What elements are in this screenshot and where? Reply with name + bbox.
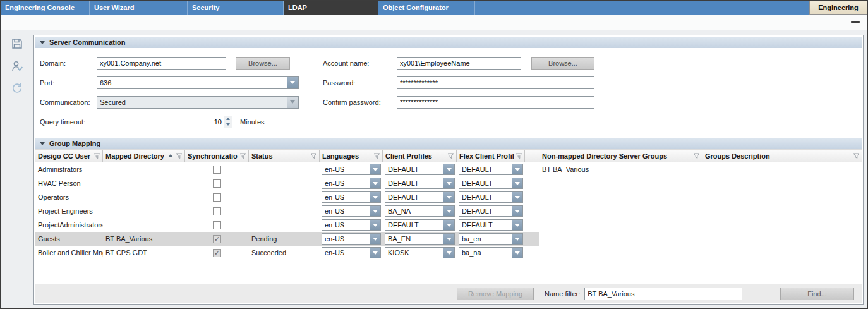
column-header[interactable]: Groups Description bbox=[702, 150, 862, 162]
flex-client-profile-select[interactable]: DEFAULT bbox=[459, 191, 523, 203]
client-profile-select[interactable]: DEFAULT bbox=[385, 178, 455, 189]
query-timeout-stepper[interactable] bbox=[97, 116, 232, 128]
domain-browse-button[interactable]: Browse... bbox=[236, 57, 290, 70]
confirm-password-input[interactable] bbox=[397, 96, 594, 109]
chevron-down-icon[interactable] bbox=[443, 164, 454, 174]
sync-checkbox[interactable] bbox=[213, 221, 221, 229]
account-browse-button[interactable]: Browse... bbox=[531, 57, 594, 70]
chevron-down-icon[interactable] bbox=[443, 220, 454, 230]
languages-select[interactable]: en-US bbox=[322, 219, 381, 231]
languages-select[interactable]: en-US bbox=[322, 178, 381, 189]
flex-client-profile-select[interactable]: ba_na bbox=[459, 247, 523, 258]
filter-icon[interactable] bbox=[693, 153, 700, 159]
client-profile-select[interactable]: BA_NA bbox=[385, 205, 455, 217]
column-header[interactable]: Flex Client Profil bbox=[457, 150, 525, 162]
refresh-icon[interactable] bbox=[10, 81, 24, 95]
column-header[interactable]: Client Profiles bbox=[383, 150, 457, 162]
chevron-down-icon[interactable] bbox=[512, 192, 522, 202]
sync-checkbox[interactable] bbox=[213, 179, 221, 188]
client-profile-select[interactable]: BA_EN bbox=[385, 233, 455, 245]
flex-client-profile-select[interactable]: DEFAULT bbox=[459, 219, 523, 231]
chevron-down-icon[interactable] bbox=[443, 178, 454, 188]
chevron-down-icon[interactable] bbox=[370, 234, 380, 244]
column-header[interactable]: Languages bbox=[320, 150, 383, 162]
remove-mapping-button[interactable]: Remove Mapping bbox=[457, 288, 534, 300]
chevron-down-icon[interactable] bbox=[370, 164, 380, 174]
sync-checkbox[interactable]: ✓ bbox=[213, 249, 221, 257]
chevron-down-icon[interactable] bbox=[370, 248, 380, 258]
table-row[interactable]: Operatorsen-USDEFAULTDEFAULT bbox=[35, 190, 539, 204]
name-filter-input[interactable] bbox=[584, 288, 742, 300]
column-header[interactable]: Status bbox=[249, 150, 320, 162]
column-header[interactable]: Mapped Directory bbox=[103, 150, 185, 162]
languages-select[interactable]: en-US bbox=[322, 164, 381, 175]
languages-select[interactable]: en-US bbox=[322, 205, 381, 217]
tab-user-wizard[interactable]: User Wizard bbox=[90, 1, 188, 15]
communication-select[interactable]: Secured bbox=[97, 96, 299, 109]
sync-checkbox[interactable] bbox=[213, 166, 221, 174]
chevron-down-icon[interactable] bbox=[370, 206, 380, 216]
table-row[interactable]: Project Engineersen-USBA_NADEFAULT bbox=[35, 204, 539, 218]
filter-icon[interactable] bbox=[447, 153, 454, 159]
table-row[interactable]: HVAC Personen-USDEFAULTDEFAULT bbox=[35, 176, 539, 190]
spinner-down-button[interactable] bbox=[224, 122, 232, 128]
sync-checkbox[interactable] bbox=[213, 193, 221, 202]
chevron-down-icon[interactable] bbox=[512, 220, 522, 230]
languages-select[interactable]: en-US bbox=[322, 191, 381, 203]
user-check-icon[interactable] bbox=[10, 59, 24, 73]
tab-object-configurator[interactable]: Object Configurator bbox=[378, 1, 475, 15]
spinner-up-button[interactable] bbox=[224, 116, 232, 122]
tab-engineering-mode[interactable]: Engineering bbox=[809, 1, 867, 15]
section-header-group-mapping[interactable]: Group Mapping bbox=[35, 138, 862, 149]
filter-icon[interactable] bbox=[310, 153, 317, 159]
query-timeout-input[interactable] bbox=[97, 116, 224, 128]
domain-input[interactable] bbox=[97, 57, 226, 70]
chevron-down-icon[interactable] bbox=[287, 77, 298, 88]
chevron-down-icon[interactable] bbox=[443, 234, 454, 244]
chevron-down-icon[interactable] bbox=[512, 234, 522, 244]
chevron-down-icon[interactable] bbox=[443, 206, 454, 216]
section-header-server-communication[interactable]: Server Communication bbox=[35, 37, 862, 48]
flex-client-profile-select[interactable]: DEFAULT bbox=[459, 164, 523, 175]
filter-icon[interactable] bbox=[373, 153, 380, 159]
flex-client-profile-select[interactable]: DEFAULT bbox=[459, 178, 523, 189]
filter-icon[interactable] bbox=[93, 153, 100, 159]
column-header[interactable]: Desigo CC User ( bbox=[35, 150, 103, 162]
tab-security[interactable]: Security bbox=[188, 1, 284, 15]
client-profile-select[interactable]: KIOSK bbox=[385, 247, 455, 258]
chevron-down-icon[interactable] bbox=[443, 248, 454, 258]
account-name-input[interactable] bbox=[397, 57, 521, 70]
filter-icon[interactable] bbox=[239, 153, 246, 159]
flex-client-profile-select[interactable]: ba_en bbox=[459, 233, 523, 245]
column-header[interactable]: Synchronizatio bbox=[185, 150, 249, 162]
client-profile-select[interactable]: DEFAULT bbox=[385, 219, 455, 231]
client-profile-select[interactable]: DEFAULT bbox=[385, 164, 455, 175]
chevron-down-icon[interactable] bbox=[512, 164, 522, 174]
flex-client-profile-select[interactable]: DEFAULT bbox=[459, 205, 523, 217]
table-row[interactable]: BT BA_Various bbox=[539, 162, 862, 176]
languages-select[interactable]: en-US bbox=[322, 247, 381, 258]
chevron-down-icon[interactable] bbox=[443, 192, 454, 202]
chevron-down-icon[interactable] bbox=[370, 178, 380, 188]
sync-checkbox[interactable]: ✓ bbox=[213, 235, 221, 243]
chevron-down-icon[interactable] bbox=[512, 178, 522, 188]
tab-ldap[interactable]: LDAP bbox=[284, 1, 378, 15]
filter-icon[interactable] bbox=[176, 153, 183, 159]
save-icon[interactable] bbox=[10, 37, 24, 51]
column-header[interactable]: Non-mapped Directory Server Groups bbox=[539, 150, 702, 162]
panel-pin-handle-icon[interactable] bbox=[851, 21, 860, 23]
password-input[interactable] bbox=[397, 76, 594, 89]
chevron-down-icon[interactable] bbox=[370, 220, 380, 230]
table-row[interactable]: ProjectAdministratorsen-USDEFAULTDEFAULT bbox=[35, 218, 539, 232]
table-row[interactable]: Boiler and Chiller MngBT CPS GDT✓Succeed… bbox=[35, 246, 539, 260]
table-row[interactable]: Administratorsen-USDEFAULTDEFAULT bbox=[35, 162, 539, 176]
filter-icon[interactable] bbox=[515, 153, 522, 159]
client-profile-select[interactable]: DEFAULT bbox=[385, 191, 455, 203]
tab-engineering-console[interactable]: Engineering Console bbox=[1, 1, 90, 15]
find-button[interactable]: Find... bbox=[780, 288, 854, 300]
languages-select[interactable]: en-US bbox=[322, 233, 381, 245]
chevron-down-icon[interactable] bbox=[512, 248, 522, 258]
chevron-down-icon[interactable] bbox=[512, 206, 522, 216]
table-row[interactable]: GuestsBT BA_Various✓Pendingen-USBA_ENba_… bbox=[35, 232, 539, 246]
chevron-down-icon[interactable] bbox=[370, 192, 380, 202]
